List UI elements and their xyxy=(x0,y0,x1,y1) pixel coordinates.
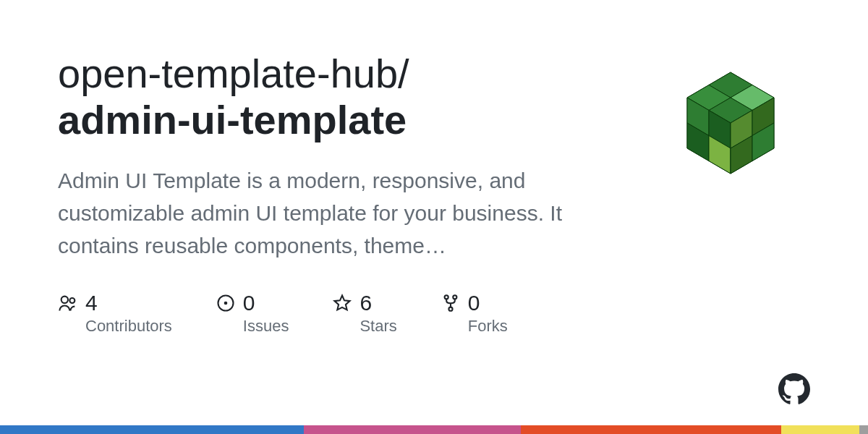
stars-value: 6 xyxy=(359,291,372,315)
language-seg xyxy=(521,425,781,434)
svg-point-4 xyxy=(444,295,448,299)
contributors-value: 4 xyxy=(85,291,98,315)
stars-label: Stars xyxy=(359,317,396,336)
forks-value: 0 xyxy=(468,291,480,315)
stat-stars[interactable]: 6 Stars xyxy=(332,291,396,336)
github-logo-icon xyxy=(778,373,810,405)
issues-label: Issues xyxy=(243,317,289,336)
svg-point-1 xyxy=(69,298,75,303)
cube-logo-icon xyxy=(658,58,803,203)
issue-icon xyxy=(216,293,236,313)
svg-point-6 xyxy=(448,307,452,310)
repo-description: Admin UI Template is a modern, responsiv… xyxy=(58,164,608,262)
svg-point-5 xyxy=(453,295,456,299)
language-seg xyxy=(781,425,859,434)
stat-forks[interactable]: 0 Forks xyxy=(441,291,508,336)
contributors-label: Contributors xyxy=(85,317,172,336)
repo-avatar xyxy=(651,51,810,210)
language-seg xyxy=(0,425,304,434)
language-color-bar xyxy=(0,425,868,434)
fork-icon xyxy=(441,293,461,313)
stats-row: 4 Contributors 0 Issues xyxy=(58,291,608,336)
svg-point-0 xyxy=(61,296,68,302)
language-seg xyxy=(304,425,521,434)
svg-point-3 xyxy=(224,301,228,305)
language-seg xyxy=(859,425,868,434)
stat-contributors[interactable]: 4 Contributors xyxy=(58,291,172,336)
repo-name[interactable]: admin-ui-template xyxy=(58,97,608,143)
forks-label: Forks xyxy=(468,317,508,336)
people-icon xyxy=(58,293,78,313)
repo-owner[interactable]: open-template-hub xyxy=(58,51,398,96)
issues-value: 0 xyxy=(243,291,255,315)
star-icon xyxy=(332,293,352,313)
repo-title: open-template-hub/ admin-ui-template xyxy=(58,51,608,144)
stat-issues[interactable]: 0 Issues xyxy=(216,291,289,336)
